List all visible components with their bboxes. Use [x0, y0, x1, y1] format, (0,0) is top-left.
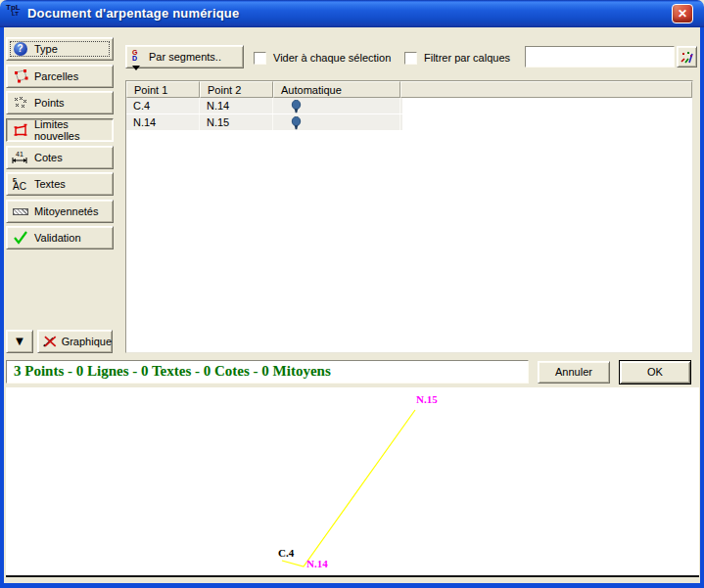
close-icon: ✕	[678, 7, 687, 21]
new-limits-icon	[12, 122, 28, 138]
sidebar-item-label: Points	[34, 97, 65, 109]
app-icon: TpL LT	[6, 4, 23, 23]
column-header-empty[interactable]	[400, 81, 692, 98]
cell-automatique	[273, 114, 400, 130]
sidebar-item-parcelles[interactable]: Parcelles	[6, 65, 114, 88]
point-label-n14: N.14	[306, 559, 328, 568]
blue-bulb-icon	[291, 116, 302, 130]
sidebar-item-textes[interactable]: E AC Textes	[6, 172, 114, 196]
filter-layers-row: Filtrer par calques	[404, 51, 510, 65]
cell-point1: N.14	[126, 114, 200, 130]
no-graphic-red-x-icon	[42, 335, 59, 348]
dimension-icon: 41	[12, 150, 28, 165]
blue-bulb-icon	[291, 100, 302, 113]
sidebar-item-points[interactable]: Points	[6, 91, 114, 114]
point-label-c4: C.4	[278, 548, 294, 558]
sidebar-item-type[interactable]: ? Type	[6, 37, 114, 61]
sidebar-item-limites-nouvelles[interactable]: Limites nouvelles	[6, 118, 114, 142]
sidebar-item-label: Textes	[34, 178, 66, 190]
column-header-point2[interactable]: Point 2	[200, 81, 273, 98]
layers-picker-button[interactable]	[677, 46, 697, 68]
triangle-down-icon: ▼	[14, 334, 26, 348]
column-header-point1[interactable]: Point 1	[126, 81, 200, 98]
annuler-button[interactable]: Annuler	[538, 361, 610, 384]
svg-text:41: 41	[16, 151, 23, 158]
green-check-icon	[12, 230, 28, 246]
sidebar-item-validation[interactable]: Validation	[6, 226, 114, 249]
graphique-button[interactable]: Graphique	[37, 330, 113, 353]
graphics-canvas[interactable]: N.15 C.4 N.14	[6, 387, 699, 577]
title-bar[interactable]: TpL LT Document d'arpentage numérique ✕	[0, 0, 704, 27]
table-row[interactable]: C.4 N.14	[126, 98, 402, 114]
filter-layers-checkbox[interactable]	[404, 52, 417, 65]
table-header-row: Point 1 Point 2 Automatique	[126, 81, 692, 98]
table-row[interactable]: N.14 N.15	[126, 114, 402, 131]
close-button[interactable]: ✕	[672, 4, 693, 23]
ok-button[interactable]: OK	[619, 360, 691, 384]
cell-point1: C.4	[126, 98, 200, 113]
clear-selection-checkbox[interactable]	[254, 52, 266, 65]
sidebar-item-label: Type	[34, 43, 58, 55]
point-label-n15: N.15	[416, 394, 438, 404]
status-summary: 3 Points - 0 Lignes - 0 Textes - 0 Cotes…	[7, 361, 528, 382]
sidebar-item-label: Cotes	[34, 152, 63, 163]
points-scatter-icon	[12, 95, 28, 111]
sidebar-item-cotes[interactable]: 41 Cotes	[6, 146, 114, 169]
app-icon-subtext: LT	[12, 11, 23, 17]
layer-filter-input[interactable]	[525, 46, 675, 68]
graphique-label: Graphique	[62, 336, 112, 347]
cell-automatique	[273, 98, 400, 113]
hatch-icon	[12, 204, 28, 219]
cell-point2: N.15	[200, 114, 273, 130]
sidebar-item-label: Parcelles	[34, 70, 78, 82]
collapse-button[interactable]: ▼	[6, 330, 33, 353]
text-icon: E AC	[12, 176, 28, 192]
dialog-window: TpL LT Document d'arpentage numérique ✕ …	[0, 0, 704, 588]
sidebar-item-mitoyennetes[interactable]: Mitoyennetés	[6, 200, 114, 223]
svg-text:AC: AC	[13, 181, 26, 192]
cell-point2: N.14	[200, 98, 273, 113]
window-title: Document d'arpentage numérique	[27, 6, 239, 21]
sidebar-item-label: Mitoyennetés	[34, 205, 98, 217]
segments-table: Point 1 Point 2 Automatique C.4 N.14 N.1…	[125, 80, 693, 353]
column-header-automatique[interactable]: Automatique	[273, 81, 400, 98]
sidebar-item-label: Validation	[34, 232, 81, 244]
segment-drawing	[6, 387, 699, 575]
sidebar-item-label: Limites nouvelles	[34, 118, 113, 142]
help-icon: ?	[12, 41, 28, 57]
colored-layers-icon	[680, 50, 694, 65]
segments-gd-icon: G D	[132, 49, 144, 65]
clear-selection-row: Vider à chaque sélection	[254, 51, 391, 65]
parcel-polygon-icon	[12, 68, 28, 84]
status-box: 3 Points - 0 Lignes - 0 Textes - 0 Cotes…	[6, 360, 529, 384]
par-segments-button[interactable]: G D Par segments..	[125, 45, 244, 68]
par-segments-label: Par segments..	[149, 51, 221, 63]
filter-layers-label: Filtrer par calques	[424, 52, 510, 64]
clear-selection-label: Vider à chaque sélection	[273, 52, 391, 64]
segment-line	[282, 410, 415, 566]
